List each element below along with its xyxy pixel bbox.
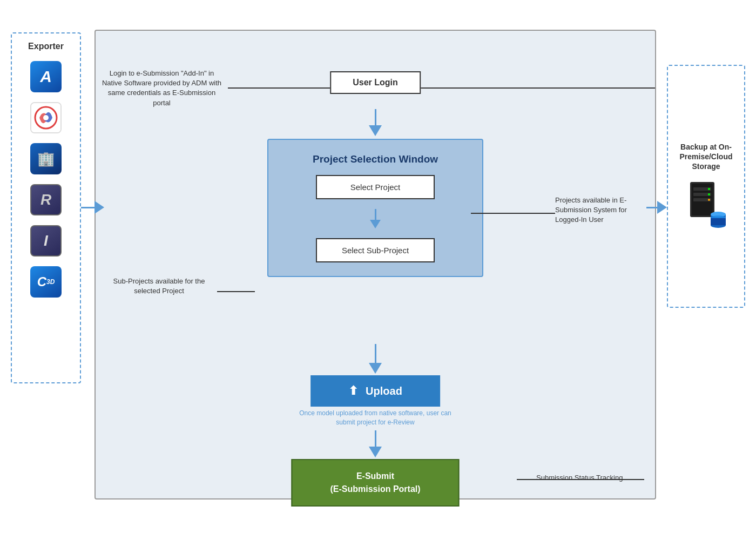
arrow-upload-to-esubmit [369, 430, 382, 457]
exporter-title: Exporter [28, 42, 64, 51]
tracking-annotation: Submission Status Tracking [536, 474, 644, 482]
backup-panel: Backup at On-Premise/Cloud Storage [667, 65, 745, 308]
arrow-login-to-project [369, 109, 382, 136]
select-project-line [471, 213, 555, 214]
svg-point-8 [708, 188, 710, 190]
backup-title: Backup at On-Premise/Cloud Storage [673, 142, 739, 172]
top-line [228, 87, 655, 89]
i-icon[interactable]: I [30, 225, 62, 256]
project-selection-window: Project Selection Window Select Project … [267, 139, 483, 277]
login-annotation: Login to e-Submission "Add-In" in Native… [96, 69, 228, 108]
subprojects-annotation: Sub-Projects available for the selected … [101, 276, 217, 296]
revit-icon[interactable]: A [30, 61, 62, 92]
r-icon[interactable]: R [30, 184, 62, 215]
workflow-to-backup-arrow [646, 201, 667, 214]
upload-annotation: Once model uploaded from native software… [292, 409, 459, 427]
arrow-project-to-subproject [370, 209, 381, 228]
svg-point-10 [708, 199, 710, 201]
esubmit-box[interactable]: E-Submit (E-Submission Portal) [291, 459, 459, 507]
exporter-panel: Exporter A 🏢 R I C3 [11, 32, 81, 383]
exporter-to-workflow-arrow [81, 201, 104, 214]
user-login-box: User Login [330, 71, 421, 94]
upload-button[interactable]: ⬆ Upload [310, 375, 440, 407]
esubmit-line2: (E-Submission Portal) [330, 483, 420, 496]
upload-icon: ⬆ [348, 384, 358, 398]
server-icon [685, 179, 728, 231]
select-project-box[interactable]: Select Project [316, 175, 435, 199]
esubmit-line1: E-Submit [330, 470, 420, 483]
svg-point-9 [708, 193, 710, 195]
building-icon[interactable]: 🏢 [30, 143, 62, 174]
tracking-line [517, 479, 644, 480]
main-container: Exporter A 🏢 R I C3 [0, 0, 756, 540]
svg-rect-16 [711, 218, 726, 225]
robot-icon[interactable] [30, 102, 62, 133]
select-subproject-box[interactable]: Select Sub-Project [316, 238, 435, 262]
c3d-icon[interactable]: C3D [30, 266, 62, 298]
project-selection-title: Project Selection Window [313, 153, 438, 165]
projects-annotation: Projects available in E-Submission Syste… [555, 195, 650, 225]
subproject-line [217, 291, 255, 292]
upload-label: Upload [366, 385, 402, 397]
arrow-project-to-upload [369, 344, 382, 374]
svg-point-2 [43, 115, 49, 120]
workflow-area: Login to e-Submission "Add-In" in Native… [94, 30, 656, 500]
